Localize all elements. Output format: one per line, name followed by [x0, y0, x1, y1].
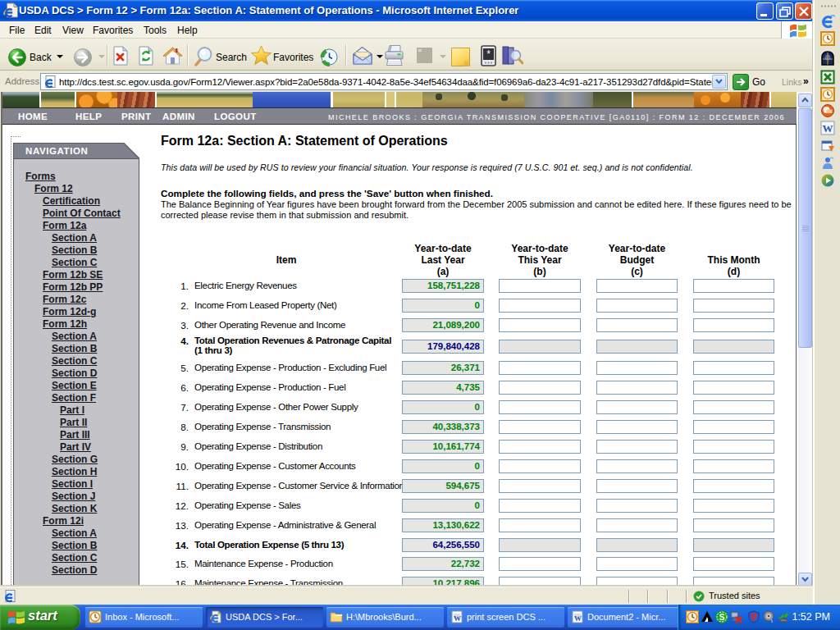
svg-text:W: W — [823, 122, 833, 135]
svg-text:S: S — [719, 613, 725, 622]
svg-text:W: W — [574, 614, 582, 623]
svg-text:*: * — [486, 48, 491, 60]
svg-text:W: W — [454, 614, 461, 623]
